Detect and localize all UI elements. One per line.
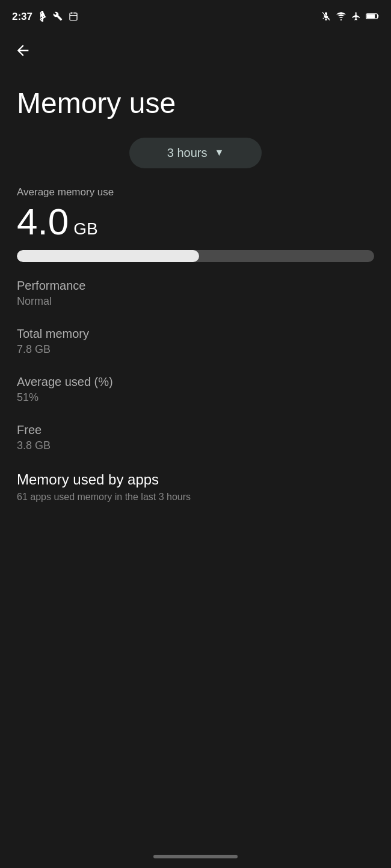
home-indicator xyxy=(153,855,238,858)
status-left: 2:37 xyxy=(12,11,78,23)
wifi-icon xyxy=(336,12,346,22)
chevron-down-icon: ▼ xyxy=(214,147,224,158)
status-bar: 2:37 xyxy=(0,0,391,31)
time-filter-dropdown[interactable]: 3 hours ▼ xyxy=(129,138,262,168)
free-memory-row: Free 3.8 GB xyxy=(17,423,374,452)
progress-bar-fill xyxy=(17,250,199,262)
status-right xyxy=(321,11,379,23)
back-button[interactable] xyxy=(12,40,34,61)
memory-value: 4.0 GB xyxy=(17,203,374,240)
svg-rect-7 xyxy=(367,14,375,19)
average-used-value: 51% xyxy=(17,391,374,404)
svg-rect-0 xyxy=(70,13,77,20)
memory-by-apps-section: Memory used by apps 61 apps used memory … xyxy=(0,471,391,503)
page-title: Memory use xyxy=(0,70,391,138)
total-memory-value: 7.8 GB xyxy=(17,343,374,356)
free-label: Free xyxy=(17,423,374,437)
memory-by-apps-subtitle: 61 apps used memory in the last 3 hours xyxy=(17,492,374,503)
memory-progress-bar xyxy=(17,250,374,262)
performance-value: Normal xyxy=(17,295,374,308)
performance-row: Performance Normal xyxy=(17,279,374,308)
airplane-icon xyxy=(351,11,361,23)
battery-icon xyxy=(366,12,379,22)
calendar-icon xyxy=(69,11,78,23)
avg-memory-label: Average memory use xyxy=(17,186,374,198)
memory-by-apps-title: Memory used by apps xyxy=(17,471,374,488)
wrench-icon xyxy=(53,11,63,23)
back-navigation xyxy=(0,31,391,70)
bluetooth-icon xyxy=(38,11,47,23)
total-memory-row: Total memory 7.8 GB xyxy=(17,327,374,356)
average-used-label: Average used (%) xyxy=(17,375,374,389)
mute-icon xyxy=(321,11,331,23)
time-filter-label: 3 hours xyxy=(167,146,208,160)
memory-unit: GB xyxy=(73,219,97,239)
average-used-row: Average used (%) 51% xyxy=(17,375,374,404)
stats-section: Average memory use 4.0 GB Performance No… xyxy=(0,186,391,452)
performance-label: Performance xyxy=(17,279,374,293)
memory-number: 4.0 xyxy=(17,203,69,240)
free-value: 3.8 GB xyxy=(17,439,374,452)
total-memory-label: Total memory xyxy=(17,327,374,341)
time-filter-container: 3 hours ▼ xyxy=(0,138,391,186)
svg-point-5 xyxy=(340,19,342,20)
status-time: 2:37 xyxy=(12,11,32,23)
